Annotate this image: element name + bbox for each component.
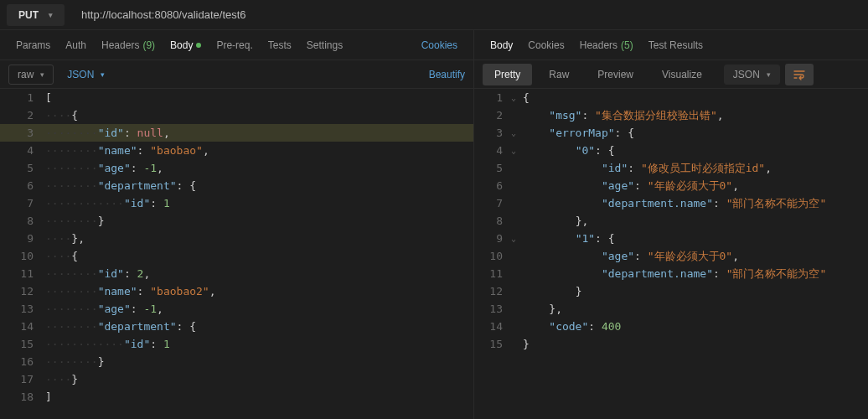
code-content: "0": {: [523, 142, 615, 159]
code-line[interactable]: 14········"department": {: [0, 318, 473, 335]
code-line[interactable]: 2····{: [0, 106, 473, 124]
code-line[interactable]: 17····}: [0, 370, 473, 388]
fold-icon[interactable]: ⌄: [511, 142, 523, 159]
beautify-button[interactable]: Beautify: [429, 69, 465, 80]
line-number: 15: [0, 335, 45, 353]
line-number: 11: [0, 265, 45, 282]
code-line[interactable]: 12········"name": "baobao2",: [0, 282, 473, 300]
response-body-viewer[interactable]: 1⌄{2 "msg": "集合数据分组校验出错",3⌄ "errorMap": …: [474, 89, 868, 419]
body-lang-select[interactable]: JSON▾: [59, 65, 113, 84]
http-method-select[interactable]: PUT ▾: [7, 4, 65, 26]
cookies-link[interactable]: Cookies: [414, 39, 465, 51]
tab-prereq[interactable]: Pre-req.: [209, 39, 260, 51]
fold-icon: [511, 300, 523, 318]
http-method-label: PUT: [18, 9, 39, 21]
tab-tests[interactable]: Tests: [261, 39, 299, 51]
tab-resp-body[interactable]: Body: [483, 39, 520, 51]
code-line[interactable]: 11········"id": 2,: [0, 265, 473, 282]
body-type-select[interactable]: raw▾: [8, 65, 54, 85]
code-line[interactable]: 6 "age": "年龄必须大于0",: [474, 177, 868, 194]
request-tabs: Params Auth Headers (9) Body Pre-req. Te…: [0, 30, 473, 60]
code-line[interactable]: 14 "code": 400: [474, 318, 868, 335]
tab-headers[interactable]: Headers (9): [94, 39, 163, 51]
code-content: ············"id": 1: [45, 335, 170, 353]
code-line[interactable]: 13········"age": -1,: [0, 300, 473, 318]
code-line[interactable]: 4⌄ "0": {: [474, 142, 868, 159]
code-line[interactable]: 4········"name": "baobao",: [0, 142, 473, 159]
fold-icon: [511, 194, 523, 212]
fold-icon: [511, 106, 523, 124]
line-number: 9: [474, 230, 511, 247]
code-content: ········"department": {: [45, 318, 196, 335]
view-visualize[interactable]: Visualize: [650, 64, 714, 85]
line-number: 16: [0, 353, 45, 370]
body-subbar: raw▾ JSON▾ Beautify: [0, 60, 473, 89]
tab-body[interactable]: Body: [163, 39, 209, 51]
code-line[interactable]: 7············"id": 1: [0, 194, 473, 212]
line-number: 11: [474, 265, 511, 282]
view-preview[interactable]: Preview: [586, 64, 645, 85]
line-number: 9: [0, 230, 45, 247]
code-line[interactable]: 3········"id": null,: [0, 124, 473, 142]
tab-settings[interactable]: Settings: [299, 39, 350, 51]
chevron-down-icon: ▾: [767, 70, 771, 79]
code-line[interactable]: 2 "msg": "集合数据分组校验出错",: [474, 106, 868, 124]
tab-resp-cookies[interactable]: Cookies: [520, 39, 571, 51]
wrap-lines-icon[interactable]: [785, 64, 814, 85]
code-content: "age": "年龄必须大于0",: [523, 247, 739, 265]
tab-resp-headers[interactable]: Headers (5): [572, 39, 641, 51]
fold-icon: [511, 247, 523, 265]
code-content: "department.name": "部门名称不能为空": [523, 194, 826, 212]
code-line[interactable]: 13 },: [474, 300, 868, 318]
code-line[interactable]: 1⌄{: [474, 89, 868, 106]
view-pretty[interactable]: Pretty: [483, 64, 532, 85]
code-line[interactable]: 6········"department": {: [0, 177, 473, 194]
code-line[interactable]: 11 "department.name": "部门名称不能为空": [474, 265, 868, 282]
code-content: "id": "修改员工时必须指定id",: [523, 159, 772, 177]
tab-test-results[interactable]: Test Results: [641, 39, 710, 51]
code-line[interactable]: 16········}: [0, 353, 473, 370]
resp-lang-select[interactable]: JSON▾: [724, 65, 780, 85]
code-line[interactable]: 10····{: [0, 247, 473, 265]
code-line[interactable]: 8 },: [474, 212, 868, 230]
line-number: 10: [0, 247, 45, 265]
code-line[interactable]: 5········"age": -1,: [0, 159, 473, 177]
body-modified-dot-icon: [196, 43, 201, 48]
fold-icon: [511, 335, 523, 353]
code-line[interactable]: 9⌄ "1": {: [474, 230, 868, 247]
code-content: "errorMap": {: [523, 124, 634, 142]
view-raw[interactable]: Raw: [537, 64, 581, 85]
code-line[interactable]: 9····},: [0, 230, 473, 247]
code-content: "1": {: [523, 230, 615, 247]
request-body-editor[interactable]: 1[2····{3········"id": null,4········"na…: [0, 89, 473, 419]
code-line[interactable]: 18]: [0, 388, 473, 406]
code-line[interactable]: 7 "department.name": "部门名称不能为空": [474, 194, 868, 212]
url-input[interactable]: [73, 3, 861, 26]
code-content: ········"id": null,: [45, 124, 170, 142]
code-content: "department.name": "部门名称不能为空": [523, 265, 826, 282]
fold-icon[interactable]: ⌄: [511, 124, 523, 142]
line-number: 8: [474, 212, 511, 230]
line-number: 15: [474, 335, 511, 353]
line-number: 12: [0, 282, 45, 300]
code-line[interactable]: 15············"id": 1: [0, 335, 473, 353]
tab-auth[interactable]: Auth: [58, 39, 94, 51]
line-number: 17: [0, 370, 45, 388]
code-line[interactable]: 12 }: [474, 282, 868, 300]
code-line[interactable]: 10 "age": "年龄必须大于0",: [474, 247, 868, 265]
code-line[interactable]: 5 "id": "修改员工时必须指定id",: [474, 159, 868, 177]
code-content: ········"id": 2,: [45, 265, 150, 282]
tab-params[interactable]: Params: [8, 39, 58, 51]
code-content: ········"age": -1,: [45, 159, 163, 177]
line-number: 13: [0, 300, 45, 318]
fold-icon[interactable]: ⌄: [511, 89, 523, 106]
code-line[interactable]: 15}: [474, 335, 868, 353]
code-line[interactable]: 1[: [0, 89, 473, 106]
code-line[interactable]: 8········}: [0, 212, 473, 230]
line-number: 14: [474, 318, 511, 335]
line-number: 6: [0, 177, 45, 194]
fold-icon[interactable]: ⌄: [511, 230, 523, 247]
code-line[interactable]: 3⌄ "errorMap": {: [474, 124, 868, 142]
line-number: 3: [474, 124, 511, 142]
line-number: 2: [0, 106, 45, 124]
